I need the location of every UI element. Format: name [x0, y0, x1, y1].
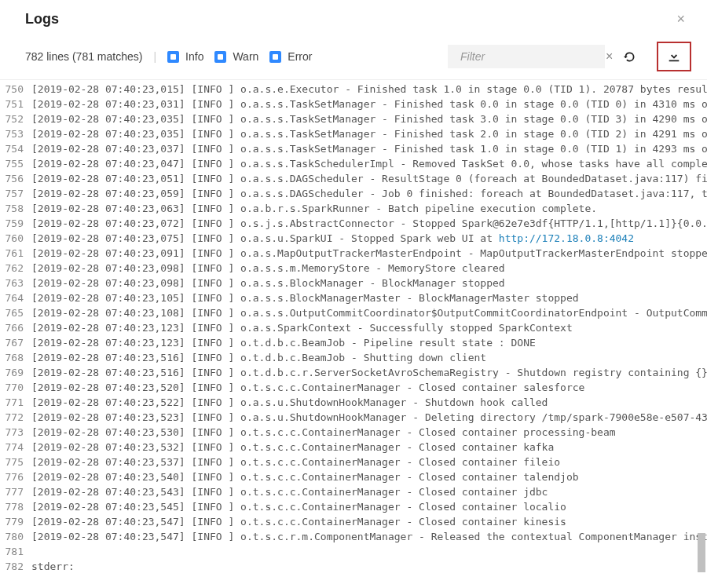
line-number: 781 — [0, 544, 31, 559]
download-icon — [667, 49, 681, 64]
log-row: 762[2019-02-28 07:40:23,098] [INFO ] o.a… — [0, 261, 707, 276]
log-row: 776[2019-02-28 07:40:23,540] [INFO ] o.t… — [0, 469, 707, 484]
level-info-toggle[interactable]: Info — [167, 50, 203, 63]
log-row: 774[2019-02-28 07:40:23,532] [INFO ] o.t… — [0, 440, 707, 455]
line-number: 780 — [0, 529, 31, 544]
download-button[interactable] — [657, 42, 691, 71]
log-text: [2019-02-28 07:40:23,098] [INFO ] o.a.s.… — [31, 276, 505, 290]
log-row: 767[2019-02-28 07:40:23,123] [INFO ] o.t… — [0, 335, 707, 350]
log-row: 768[2019-02-28 07:40:23,516] [INFO ] o.t… — [0, 350, 707, 365]
log-row: 764[2019-02-28 07:40:23,105] [INFO ] o.a… — [0, 290, 707, 305]
page-title: Logs — [25, 11, 59, 27]
line-number: 763 — [0, 276, 31, 290]
line-number: 753 — [0, 126, 31, 141]
log-text: [2019-02-28 07:40:23,530] [INFO ] o.t.s.… — [31, 425, 616, 440]
log-text: [2019-02-28 07:40:23,037] [INFO ] o.a.s.… — [31, 141, 707, 156]
log-text: [2019-02-28 07:40:23,543] [INFO ] o.t.s.… — [31, 484, 548, 499]
line-number: 759 — [0, 216, 31, 231]
line-number: 774 — [0, 440, 31, 455]
log-text: [2019-02-28 07:40:23,035] [INFO ] o.a.s.… — [31, 126, 707, 141]
line-number: 757 — [0, 186, 31, 201]
close-icon[interactable]: × — [670, 8, 691, 31]
log-text: [2019-02-28 07:40:23,072] [INFO ] o.s.j.… — [31, 216, 707, 231]
log-link[interactable]: http://172.18.0.8:4042 — [499, 232, 634, 244]
clear-filter-icon[interactable]: × — [606, 49, 613, 64]
log-text: [2019-02-28 07:40:23,523] [INFO ] o.a.s.… — [31, 410, 707, 425]
log-row: 779[2019-02-28 07:40:23,547] [INFO ] o.t… — [0, 514, 707, 529]
log-row: 781 — [0, 544, 707, 559]
log-text: [2019-02-28 07:40:23,522] [INFO ] o.a.s.… — [31, 395, 548, 410]
toolbar: 782 lines (781 matches) | Info Warn Erro… — [0, 37, 707, 80]
log-text: stderr: — [31, 559, 75, 574]
line-number: 776 — [0, 469, 31, 484]
log-text: [2019-02-28 07:40:23,059] [INFO ] o.a.s.… — [31, 186, 707, 201]
line-number: 773 — [0, 425, 31, 440]
log-text: [2019-02-28 07:40:23,545] [INFO ] o.t.s.… — [31, 499, 566, 514]
line-number: 775 — [0, 455, 31, 469]
log-row: 757[2019-02-28 07:40:23,059] [INFO ] o.a… — [0, 186, 707, 201]
log-table: 750[2019-02-28 07:40:23,015] [INFO ] o.a… — [0, 80, 707, 575]
line-number: 764 — [0, 290, 31, 305]
log-text: [2019-02-28 07:40:23,031] [INFO ] o.a.s.… — [31, 97, 707, 111]
log-row: 760[2019-02-28 07:40:23,075] [INFO ] o.a… — [0, 231, 707, 246]
line-number: 761 — [0, 246, 31, 261]
log-row: 765[2019-02-28 07:40:23,108] [INFO ] o.a… — [0, 305, 707, 320]
log-row: 759[2019-02-28 07:40:23,072] [INFO ] o.s… — [0, 216, 707, 231]
log-text: [2019-02-28 07:40:23,520] [INFO ] o.t.s.… — [31, 380, 584, 395]
level-error-label: Error — [288, 50, 312, 63]
log-row: 769[2019-02-28 07:40:23,516] [INFO ] o.t… — [0, 365, 707, 380]
log-row: 770[2019-02-28 07:40:23,520] [INFO ] o.t… — [0, 380, 707, 395]
refresh-button[interactable] — [616, 43, 643, 70]
level-error-toggle[interactable]: Error — [269, 50, 312, 63]
line-number: 771 — [0, 395, 31, 410]
log-row: 756[2019-02-28 07:40:23,051] [INFO ] o.a… — [0, 171, 707, 186]
log-row: 755[2019-02-28 07:40:23,047] [INFO ] o.a… — [0, 156, 707, 171]
log-row: 782stderr: — [0, 559, 707, 574]
log-row: 763[2019-02-28 07:40:23,098] [INFO ] o.a… — [0, 276, 707, 290]
log-text: [2019-02-28 07:40:23,051] [INFO ] o.a.s.… — [31, 171, 707, 186]
log-row: 761[2019-02-28 07:40:23,091] [INFO ] o.a… — [0, 246, 707, 261]
line-number: 767 — [0, 335, 31, 350]
log-text: [2019-02-28 07:40:23,035] [INFO ] o.a.s.… — [31, 111, 707, 126]
log-row: 772[2019-02-28 07:40:23,523] [INFO ] o.a… — [0, 410, 707, 425]
level-warn-toggle[interactable]: Warn — [214, 50, 258, 63]
line-count: 782 lines (781 matches) — [25, 50, 142, 63]
log-text: [2019-02-28 07:40:23,098] [INFO ] o.a.s.… — [31, 261, 505, 276]
line-number: 762 — [0, 261, 31, 276]
log-row: 752[2019-02-28 07:40:23,035] [INFO ] o.a… — [0, 111, 707, 126]
checkbox-icon — [214, 51, 226, 63]
filter-search: × — [448, 45, 605, 68]
refresh-icon — [623, 50, 636, 64]
log-row: 775[2019-02-28 07:40:23,537] [INFO ] o.t… — [0, 455, 707, 469]
checkbox-icon — [269, 51, 281, 63]
log-text: [2019-02-28 07:40:23,047] [INFO ] o.a.s.… — [31, 156, 707, 171]
log-text: [2019-02-28 07:40:23,547] [INFO ] o.t.s.… — [31, 529, 707, 544]
line-number: 769 — [0, 365, 31, 380]
line-number: 766 — [0, 320, 31, 335]
log-row: 773[2019-02-28 07:40:23,530] [INFO ] o.t… — [0, 425, 707, 440]
line-number: 770 — [0, 380, 31, 395]
log-row: 758[2019-02-28 07:40:23,063] [INFO ] o.a… — [0, 201, 707, 216]
checkbox-icon — [167, 51, 179, 63]
log-viewport[interactable]: 750[2019-02-28 07:40:23,015] [INFO ] o.a… — [0, 80, 707, 588]
line-number: 752 — [0, 111, 31, 126]
log-text: [2019-02-28 07:40:23,540] [INFO ] o.t.s.… — [31, 469, 579, 484]
separator: | — [153, 50, 156, 63]
line-number: 750 — [0, 82, 31, 97]
scrollbar-thumb[interactable] — [698, 533, 705, 572]
log-text: [2019-02-28 07:40:23,108] [INFO ] o.a.s.… — [31, 305, 707, 320]
line-number: 778 — [0, 499, 31, 514]
line-number: 758 — [0, 201, 31, 216]
line-number: 782 — [0, 559, 31, 574]
log-text: [2019-02-28 07:40:23,537] [INFO ] o.t.s.… — [31, 455, 560, 469]
line-number: 754 — [0, 141, 31, 156]
filter-input[interactable] — [459, 49, 601, 64]
line-number: 756 — [0, 171, 31, 186]
log-text: [2019-02-28 07:40:23,123] [INFO ] o.t.d.… — [31, 335, 536, 350]
log-row: 780[2019-02-28 07:40:23,547] [INFO ] o.t… — [0, 529, 707, 544]
log-text: [2019-02-28 07:40:23,063] [INFO ] o.a.b.… — [31, 201, 597, 216]
log-text: [2019-02-28 07:40:23,547] [INFO ] o.t.s.… — [31, 514, 566, 529]
log-row: 754[2019-02-28 07:40:23,037] [INFO ] o.a… — [0, 141, 707, 156]
line-number: 772 — [0, 410, 31, 425]
line-number: 765 — [0, 305, 31, 320]
